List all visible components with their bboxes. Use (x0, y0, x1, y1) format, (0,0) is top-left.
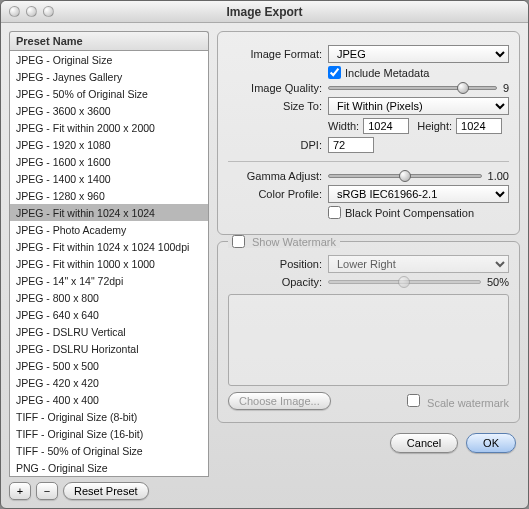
export-settings-panel: Image Format: JPEG Include Metadata Imag… (217, 31, 520, 235)
preset-item[interactable]: JPEG - 50% of Original Size (10, 85, 208, 102)
preset-item[interactable]: JPEG - Fit within 1024 x 1024 100dpi (10, 238, 208, 255)
preset-item[interactable]: TIFF - Original Size (16-bit) (10, 425, 208, 442)
color-profile-select[interactable]: sRGB IEC61966-2.1 (328, 185, 509, 203)
watermark-preview (228, 294, 509, 386)
position-select: Lower Right (328, 255, 509, 273)
reset-preset-button[interactable]: Reset Preset (63, 482, 149, 500)
preset-item[interactable]: JPEG - 800 x 800 (10, 289, 208, 306)
show-watermark-label: Show Watermark (252, 236, 336, 248)
close-icon[interactable] (9, 6, 20, 17)
show-watermark-checkbox[interactable] (232, 235, 245, 248)
scale-watermark-checkbox (407, 394, 420, 407)
add-preset-button[interactable]: + (9, 482, 31, 500)
choose-image-button[interactable]: Choose Image... (228, 392, 331, 410)
preset-item[interactable]: JPEG - Fit within 1024 x 1024 (10, 204, 208, 221)
gamma-adjust-slider[interactable] (328, 174, 482, 178)
preset-item[interactable]: JPEG - 500 x 500 (10, 357, 208, 374)
dpi-label: DPI: (228, 139, 328, 151)
black-point-label: Black Point Compensation (345, 207, 474, 219)
opacity-slider (328, 280, 481, 284)
gamma-adjust-label: Gamma Adjust: (228, 170, 328, 182)
image-quality-value: 9 (503, 82, 509, 94)
preset-item[interactable]: JPEG - Photo Academy (10, 221, 208, 238)
preset-list[interactable]: JPEG - Original SizeJPEG - Jaynes Galler… (9, 50, 209, 477)
image-format-label: Image Format: (228, 48, 328, 60)
dpi-field[interactable] (328, 137, 374, 153)
preset-item[interactable]: JPEG - 3600 x 3600 (10, 102, 208, 119)
size-to-label: Size To: (228, 100, 328, 112)
height-field[interactable] (456, 118, 502, 134)
window-controls (9, 6, 54, 17)
preset-item[interactable]: JPEG - 400 x 400 (10, 391, 208, 408)
minimize-icon[interactable] (26, 6, 37, 17)
cancel-button[interactable]: Cancel (390, 433, 458, 453)
preset-header: Preset Name (9, 31, 209, 50)
watermark-panel: Show Watermark Position: Lower Right Opa… (217, 241, 520, 423)
window-title: Image Export (9, 5, 520, 19)
preset-item[interactable]: JPEG - DSLRU Horizontal (10, 340, 208, 357)
zoom-icon[interactable] (43, 6, 54, 17)
position-label: Position: (228, 258, 328, 270)
preset-item[interactable]: JPEG - 640 x 640 (10, 306, 208, 323)
include-metadata-label: Include Metadata (345, 67, 429, 79)
size-to-select[interactable]: Fit Within (Pixels) (328, 97, 509, 115)
preset-item[interactable]: JPEG - Fit within 1000 x 1000 (10, 255, 208, 272)
image-format-select[interactable]: JPEG (328, 45, 509, 63)
preset-item[interactable]: JPEG - 420 x 420 (10, 374, 208, 391)
preset-item[interactable]: JPEG - Fit within 2000 x 2000 (10, 119, 208, 136)
gamma-adjust-value: 1.00 (488, 170, 509, 182)
preset-item[interactable]: PNG - Original Size (10, 459, 208, 476)
include-metadata-checkbox[interactable] (328, 66, 341, 79)
image-export-dialog: Image Export Preset Name JPEG - Original… (0, 0, 529, 509)
width-field[interactable] (363, 118, 409, 134)
height-label: Height: (417, 120, 456, 132)
opacity-value: 50% (487, 276, 509, 288)
black-point-checkbox[interactable] (328, 206, 341, 219)
image-quality-label: Image Quality: (228, 82, 328, 94)
preset-item[interactable]: JPEG - Original Size (10, 51, 208, 68)
preset-item[interactable]: JPEG - 1280 x 960 (10, 187, 208, 204)
preset-item[interactable]: JPEG - 1920 x 1080 (10, 136, 208, 153)
width-label: Width: (328, 120, 363, 132)
remove-preset-button[interactable]: − (36, 482, 58, 500)
color-profile-label: Color Profile: (228, 188, 328, 200)
preset-item[interactable]: TIFF - Original Size (8-bit) (10, 408, 208, 425)
preset-item[interactable]: JPEG - 1400 x 1400 (10, 170, 208, 187)
preset-item[interactable]: JPEG - Jaynes Gallery (10, 68, 208, 85)
scale-watermark-label: Scale watermark (427, 397, 509, 409)
ok-button[interactable]: OK (466, 433, 516, 453)
preset-item[interactable]: JPEG - DSLRU Vertical (10, 323, 208, 340)
preset-item[interactable]: JPEG - 14" x 14" 72dpi (10, 272, 208, 289)
titlebar: Image Export (1, 1, 528, 23)
preset-item[interactable]: TIFF - 50% of Original Size (10, 442, 208, 459)
image-quality-slider[interactable] (328, 86, 497, 90)
preset-item[interactable]: JPEG - 1600 x 1600 (10, 153, 208, 170)
opacity-label: Opacity: (228, 276, 328, 288)
